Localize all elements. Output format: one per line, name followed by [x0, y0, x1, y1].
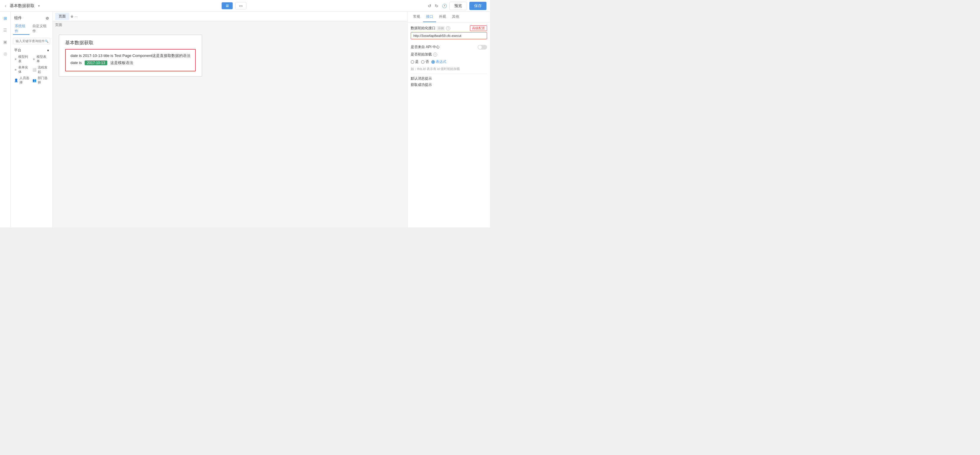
hint-text: 如：this.id 表示有 id 值时初始加载	[411, 67, 487, 71]
view-toggle: 🖥 ▭	[42, 2, 425, 10]
radio-yes-circle	[411, 60, 414, 64]
platform-item-form-entity[interactable]: ★ 表单实体	[14, 65, 31, 74]
default-msg-label: 默认消息提示	[411, 76, 487, 81]
star-icon-2: ★	[32, 57, 35, 61]
platform-item-label-6: 部门选择	[38, 76, 49, 85]
radio-no-circle	[421, 60, 425, 64]
tab-system-components[interactable]: 系统组件	[13, 23, 29, 35]
api-label-row: 数据初始化接口 示例 ? 高级配置	[411, 26, 487, 31]
component-title: 基本数据获取	[65, 40, 196, 46]
right-panel-content: 数据初始化接口 示例 ? 高级配置 是否来自 API 中心 是否初始加载 ①	[408, 22, 490, 228]
sidebar-tabs: 系统组件 自定义组件	[11, 22, 52, 36]
sidebar-header: 组件 ⊘	[11, 14, 52, 22]
icon-bar-outline[interactable]: ☰	[1, 26, 10, 34]
radio-yes[interactable]: 是	[411, 59, 418, 64]
toggle-api-center-label: 是否来自 API 中心	[411, 45, 439, 49]
data-line2-suffix: 这是模板语法	[110, 61, 133, 65]
canvas-tab-icon[interactable]: ※	[70, 14, 73, 19]
toggle-label-text: 是否来自 API 中心	[411, 45, 439, 49]
radio-expr-circle	[431, 60, 435, 64]
api-section: 数据初始化接口 示例 ? 高级配置	[411, 26, 487, 42]
api-help-icon[interactable]: ?	[446, 26, 450, 30]
redo-icon[interactable]: ↻	[435, 3, 438, 8]
data-line-2: date is 2017-10-13 这是模板语法	[70, 60, 191, 65]
platform-item-dept-select[interactable]: 👥 部门选择	[32, 76, 49, 85]
section-divider-1	[411, 73, 487, 74]
canvas-content: 基本数据获取 date is 2017-10-13 title is Test …	[53, 29, 407, 228]
page-title: 基本数据获取	[10, 3, 35, 8]
radio-no[interactable]: 否	[421, 59, 429, 64]
load-label-text: 是否初始加载	[411, 52, 432, 57]
platform-item-label-1: 模型列表	[18, 54, 31, 64]
initial-load-label: 是否初始加载 ①	[411, 52, 437, 57]
data-line-1: date is 2017-10-13 title is Test Page Co…	[70, 53, 191, 58]
radio-expr-label: 表达式	[436, 59, 446, 64]
api-example-badge: 示例	[437, 26, 445, 31]
search-icon: 🔍	[45, 40, 48, 43]
platform-header[interactable]: 平台 ▾	[14, 48, 49, 53]
platform-grid: ★ 模型列表 ★ 模型表单 ★ 表单实体 ⬜ 流程发起 👤 人员选择	[14, 54, 49, 85]
canvas-label: 页面	[53, 21, 407, 29]
sidebar-components-label: 组件	[14, 15, 22, 21]
toolbar-history-icons: ↺ ↻ 🕐	[428, 3, 447, 8]
history-icon[interactable]: 🕐	[442, 3, 447, 8]
api-center-toggle[interactable]	[477, 45, 487, 49]
api-center-toggle-row: 是否来自 API 中心	[411, 45, 487, 49]
canvas-toolbar: 页面 ※ ···	[53, 12, 407, 21]
tab-interface[interactable]: 接口	[423, 12, 436, 22]
canvas-tab-more[interactable]: ···	[75, 14, 78, 19]
star-icon-3: ★	[14, 68, 17, 72]
sidebar: 组件 ⊘ 系统组件 自定义组件 🔍 平台 ▾ ★ 模型列表 ★ 模型	[11, 12, 53, 228]
back-button[interactable]: ‹	[3, 2, 7, 10]
canvas-label-text: 页面	[55, 23, 62, 27]
icon-bar-components[interactable]: ⊞	[1, 14, 10, 22]
tab-appearance[interactable]: 外观	[436, 12, 449, 22]
api-label-text: 数据初始化接口	[411, 26, 436, 31]
platform-section: 平台 ▾ ★ 模型列表 ★ 模型表单 ★ 表单实体 ⬜ 流程发起	[11, 46, 52, 86]
icon-bar: ⊞ ☰ ▣ ◎	[0, 12, 11, 228]
preview-button[interactable]: 预览	[449, 2, 467, 10]
platform-expand-icon[interactable]: ▾	[47, 48, 49, 53]
star-icon-1: ★	[14, 57, 17, 61]
undo-icon[interactable]: ↺	[428, 3, 431, 8]
save-button[interactable]: 保存	[469, 2, 487, 10]
sidebar-pin-icon[interactable]: ⊘	[46, 16, 49, 20]
desktop-view-btn[interactable]: 🖥	[221, 2, 233, 10]
data-display-box: date is 2017-10-13 title is Test Page Co…	[65, 49, 196, 72]
api-config-button[interactable]: 高级配置	[470, 26, 487, 31]
radio-yes-label: 是	[415, 59, 418, 64]
toolbar-actions: 预览 保存	[449, 2, 487, 10]
icon-bar-assets[interactable]: ◎	[1, 49, 10, 58]
data-badge: 2017-10-13	[84, 61, 107, 65]
person-icon: 👤	[14, 78, 18, 82]
right-panel: 常规 接口 外观 其他 数据初始化接口 示例 ? 高级配置 是否来自 API 中…	[407, 12, 490, 228]
top-toolbar: ‹ 基本数据获取 ▾ 🖥 ▭ ↺ ↻ 🕐 预览 保存	[0, 0, 490, 12]
sidebar-search-box: 🔍	[13, 38, 50, 44]
platform-item-model-list[interactable]: ★ 模型列表	[14, 54, 31, 64]
platform-item-model-form[interactable]: ★ 模型表单	[32, 54, 49, 64]
main-layout: ⊞ ☰ ▣ ◎ 组件 ⊘ 系统组件 自定义组件 🔍 平台 ▾ ★ 模型列表	[0, 12, 490, 228]
tab-custom-components[interactable]: 自定义组件	[31, 23, 50, 35]
platform-item-process-start[interactable]: ⬜ 流程发起	[32, 65, 49, 74]
platform-item-label-3: 表单实体	[18, 65, 31, 74]
form-icon-1: ⬜	[32, 68, 37, 72]
platform-item-label-2: 模型表单	[37, 54, 49, 64]
platform-item-person-select[interactable]: 👤 人员选择	[14, 76, 31, 85]
radio-expr[interactable]: 表达式	[431, 59, 446, 64]
success-hint-label: 获取成功提示	[411, 82, 487, 87]
platform-label: 平台	[14, 48, 21, 53]
api-url-input[interactable]	[411, 32, 487, 39]
mobile-view-btn[interactable]: ▭	[235, 2, 247, 10]
title-dropdown-icon[interactable]: ▾	[38, 4, 40, 8]
dept-icon: 👥	[32, 78, 37, 82]
page-component: 基本数据获取 date is 2017-10-13 title is Test …	[59, 35, 202, 77]
canvas-tab-page[interactable]: 页面	[55, 13, 69, 20]
tab-normal[interactable]: 常规	[410, 12, 423, 22]
initial-load-row: 是否初始加载 ①	[411, 52, 487, 57]
icon-bar-pages[interactable]: ▣	[1, 38, 10, 46]
load-num-badge: ①	[433, 53, 437, 57]
radio-no-label: 否	[425, 59, 429, 64]
initial-load-radio-row: 是 否 表达式	[411, 59, 487, 64]
tab-other[interactable]: 其他	[449, 12, 462, 22]
data-line2-prefix: date is	[70, 61, 82, 65]
